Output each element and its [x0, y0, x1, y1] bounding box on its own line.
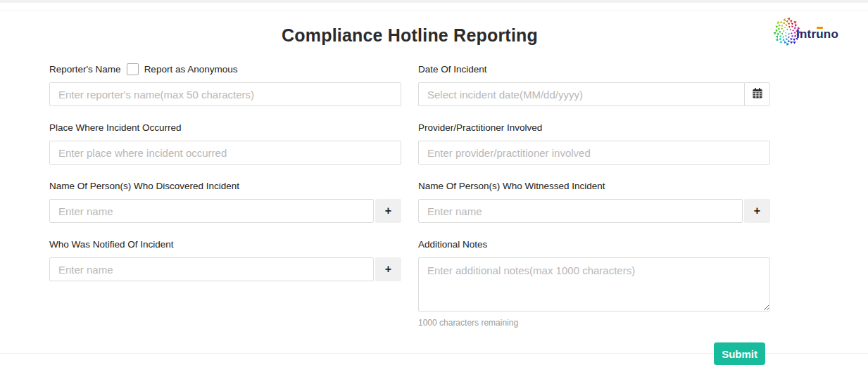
- top-strip: [0, 0, 868, 3]
- form-card: Compliance Hotline Reporting Reporter's …: [0, 10, 868, 354]
- intruno-logo[interactable]: Intruno: [772, 15, 838, 48]
- additional-notes-label: Additional Notes: [418, 239, 487, 250]
- add-witnessed-person-button[interactable]: +: [744, 199, 770, 223]
- form-grid: Reporter's Name Report as Anonymous Date…: [49, 63, 770, 365]
- field-discovered: Name Of Person(s) Who Discovered Inciden…: [49, 180, 401, 223]
- calendar-button[interactable]: [744, 82, 770, 106]
- report-anonymous-label: Report as Anonymous: [144, 64, 238, 75]
- characters-remaining-text: 1000 characters remaining: [418, 318, 770, 328]
- reporter-name-label: Reporter's Name: [49, 64, 121, 75]
- reporter-name-input[interactable]: [49, 82, 401, 106]
- form-container: Compliance Hotline Reporting Reporter's …: [49, 11, 770, 365]
- add-discovered-person-button[interactable]: +: [375, 199, 401, 223]
- place-input[interactable]: [49, 141, 401, 165]
- witnessed-name-input[interactable]: [418, 199, 743, 223]
- discovered-label: Name Of Person(s) Who Discovered Inciden…: [49, 181, 239, 191]
- provider-label: Provider/Practitioner Involved: [418, 122, 542, 133]
- field-date-of-incident: Date Of Incident: [418, 63, 770, 106]
- intruno-logo-text: Intruno: [796, 27, 838, 41]
- field-place: Place Where Incident Occurred: [49, 122, 401, 165]
- field-witnessed: Name Of Person(s) Who Witnessed Incident…: [418, 180, 770, 223]
- submit-row: Submit: [49, 342, 770, 365]
- add-notified-person-button[interactable]: +: [375, 257, 401, 281]
- report-anonymous-checkbox[interactable]: [127, 63, 139, 75]
- witnessed-label: Name Of Person(s) Who Witnessed Incident: [418, 181, 605, 191]
- place-label: Place Where Incident Occurred: [49, 122, 182, 133]
- plus-icon: +: [754, 205, 760, 217]
- notified-name-input[interactable]: [49, 257, 374, 281]
- notified-label: Who Was Notified Of Incident: [49, 239, 174, 250]
- field-reporter-name: Reporter's Name Report as Anonymous: [49, 63, 401, 106]
- discovered-name-input[interactable]: [49, 199, 374, 223]
- calendar-icon: [753, 88, 762, 101]
- plus-icon: +: [385, 264, 391, 275]
- field-notified: Who Was Notified Of Incident +: [49, 238, 401, 328]
- additional-notes-textarea[interactable]: [418, 257, 770, 312]
- incident-date-input[interactable]: [418, 82, 744, 106]
- field-provider: Provider/Practitioner Involved: [418, 122, 770, 165]
- field-additional-notes: Additional Notes 1000 characters remaini…: [418, 238, 770, 328]
- date-of-incident-label: Date Of Incident: [418, 64, 487, 75]
- provider-input[interactable]: [418, 141, 770, 165]
- submit-button[interactable]: Submit: [714, 342, 765, 365]
- page-title: Compliance Hotline Reporting: [49, 25, 770, 46]
- plus-icon: +: [385, 205, 391, 217]
